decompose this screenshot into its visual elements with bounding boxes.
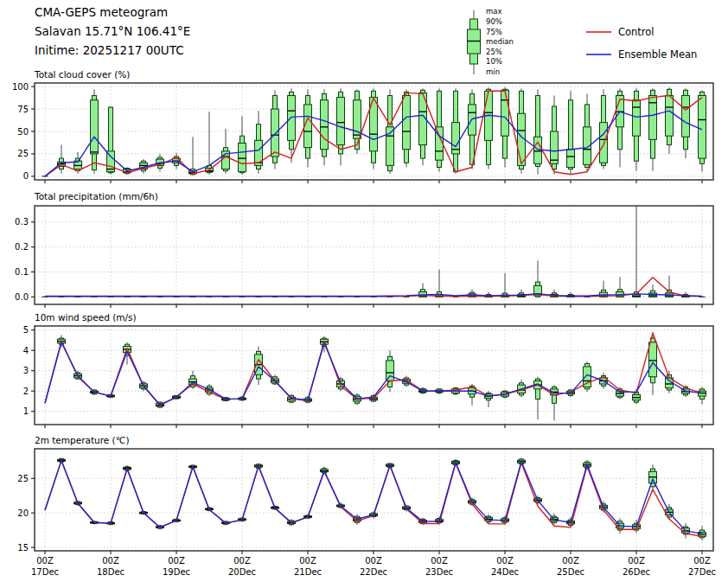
ytick-label: 5 <box>23 325 29 335</box>
xtick-day-label: 23Dec <box>425 567 453 577</box>
xtick-day-label: 24Dec <box>491 567 519 577</box>
ytick-label: 15 <box>17 543 29 553</box>
xtick-day-label: 21Dec <box>294 567 322 577</box>
ytick-label: 0.1 <box>15 267 29 277</box>
ytick-label: 75 <box>17 105 29 114</box>
legend-stat-label: median <box>486 37 514 46</box>
panel-title-wind-speed: 10m wind speed (m/s) <box>35 312 137 323</box>
ytick-label: 25 <box>17 149 29 158</box>
xtick-day-label: 18Dec <box>97 567 125 577</box>
panel-3: 152025 <box>17 449 713 554</box>
xtick-hour-label: 00Z <box>365 556 382 566</box>
ytick-label: 100 <box>12 82 29 92</box>
panel-title-cloud-cover: Total cloud cover (%) <box>35 69 130 80</box>
ytick-label: 1 <box>23 406 29 416</box>
panel-data-0 <box>42 87 706 176</box>
legend-control-label: Control <box>618 26 655 38</box>
xtick-hour-label: 00Z <box>233 556 251 566</box>
panel-title-temperature: 2m temperature (℃) <box>35 435 130 445</box>
legend-stat-label: min <box>486 67 500 76</box>
panel-title-precipitation: Total precipitation (mm/6h) <box>35 191 158 201</box>
legend-stat-label: 75% <box>486 28 502 36</box>
legend-stat-label: max <box>486 7 502 16</box>
ytick-label: 0 <box>23 171 29 181</box>
meteogram-canvas: 02550751000.00.10.20.31234515202500Z17De… <box>0 0 728 588</box>
legend-stat-label: 90% <box>486 17 502 26</box>
panel-1: 0.00.10.20.3 <box>15 206 713 308</box>
ytick-label: 50 <box>17 127 29 137</box>
xtick-hour-label: 00Z <box>562 556 579 566</box>
xtick-day-label: 25Dec <box>557 567 584 577</box>
panel-0: 0255075100 <box>12 82 713 183</box>
ytick-label: 20 <box>17 508 29 518</box>
legend-stat-label: 25% <box>486 48 502 56</box>
panel-data-3 <box>45 457 706 540</box>
xtick-day-label: 17Dec <box>31 567 59 577</box>
ytick-label: 0.0 <box>15 292 29 302</box>
xtick-hour-label: 00Z <box>168 556 185 566</box>
legend-stat-label: 10% <box>486 57 502 66</box>
legend-ensemble-label: Ensemble Mean <box>618 48 697 61</box>
xtick-day-label: 22Dec <box>360 567 387 577</box>
xtick-hour-label: 00Z <box>431 556 448 566</box>
xtick-hour-label: 00Z <box>496 556 514 566</box>
xtick-day-label: 27Dec <box>688 567 716 577</box>
ytick-label: 3 <box>23 366 29 375</box>
legend-box-sample: max90%75%median25%10%min <box>468 7 514 76</box>
panel-data-2 <box>45 332 706 420</box>
figure-title: CMA-GEPS meteogram <box>35 7 168 19</box>
ytick-label: 0.3 <box>15 217 29 227</box>
xtick-day-label: 26Dec <box>623 567 650 577</box>
xtick-hour-label: 00Z <box>102 556 119 566</box>
xtick-day-label: 19Dec <box>163 567 190 577</box>
xtick-hour-label: 00Z <box>628 556 645 566</box>
panel-2: 12345 <box>23 325 713 428</box>
xtick-hour-label: 00Z <box>693 556 711 566</box>
ytick-label: 2 <box>23 387 29 396</box>
ytick-label: 0.2 <box>15 242 29 252</box>
ytick-label: 4 <box>23 346 29 355</box>
xtick-day-label: 20Dec <box>228 567 256 577</box>
figure-location: Salavan 15.71°N 106.41°E <box>35 26 190 38</box>
xtick-hour-label: 00Z <box>36 556 54 566</box>
figure-inittime: Initime: 20251217 00UTC <box>35 45 184 57</box>
meteogram-figure: 02550751000.00.10.20.31234515202500Z17De… <box>0 0 728 588</box>
xtick-hour-label: 00Z <box>299 556 316 566</box>
ytick-label: 25 <box>17 474 29 483</box>
